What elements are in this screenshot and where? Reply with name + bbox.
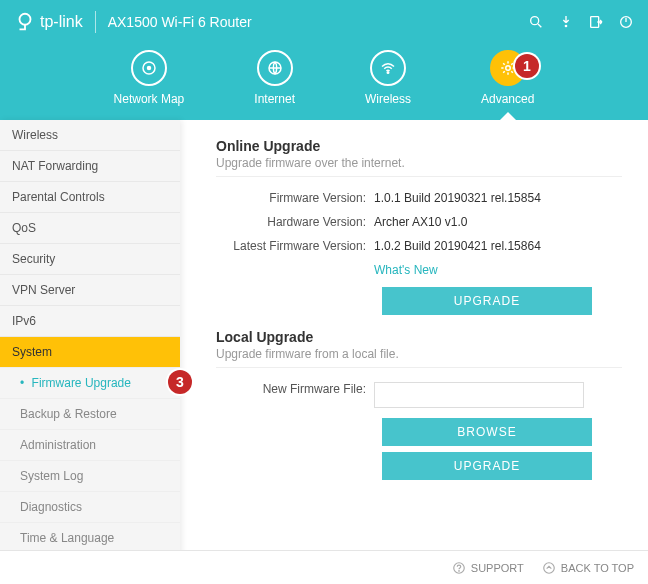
info-row: Hardware Version: Archer AX10 v1.0: [216, 215, 622, 229]
support-button[interactable]: SUPPORT: [452, 561, 524, 575]
sidebar: Wireless NAT Forwarding Parental Control…: [0, 120, 180, 582]
gear-icon: [499, 59, 517, 77]
hw-version-value: Archer AX10 v1.0: [374, 215, 467, 229]
browse-button[interactable]: BROWSE: [382, 418, 592, 446]
back-to-top-icon: [542, 561, 556, 575]
local-upgrade-sub: Upgrade firmware from a local file.: [216, 347, 622, 368]
sidebar-sub-firmware[interactable]: Firmware Upgrade 3: [0, 367, 180, 398]
online-upgrade-button[interactable]: UPGRADE: [382, 287, 592, 315]
sidebar-item-qos[interactable]: QoS: [0, 212, 180, 243]
nav-label: Advanced: [481, 92, 534, 106]
search-icon[interactable]: [528, 14, 544, 30]
new-fw-file-input[interactable]: [374, 382, 584, 408]
logout-icon[interactable]: [588, 14, 604, 30]
whats-new-link[interactable]: What's New: [374, 263, 438, 277]
header-divider: [95, 11, 96, 33]
wifi-icon: [379, 59, 397, 77]
info-row: Latest Firmware Version: 1.0.2 Build 201…: [216, 239, 622, 253]
reboot-icon[interactable]: [618, 14, 634, 30]
support-icon: [452, 561, 466, 575]
nav-label: Network Map: [114, 92, 185, 106]
header-actions: [528, 14, 634, 30]
download-icon[interactable]: [558, 14, 574, 30]
svg-point-11: [459, 570, 460, 571]
nav-label: Internet: [254, 92, 295, 106]
product-name: AX1500 Wi-Fi 6 Router: [108, 14, 252, 30]
header-top: tp-link AX1500 Wi-Fi 6 Router: [0, 0, 648, 44]
sidebar-item-nat[interactable]: NAT Forwarding: [0, 150, 180, 181]
nav-wireless[interactable]: Wireless: [365, 50, 411, 106]
back-to-top-label: BACK TO TOP: [561, 562, 634, 574]
main-nav: Network Map Internet Wireless Advanced 1: [0, 44, 648, 120]
sidebar-sub-time[interactable]: Time & Language: [0, 522, 180, 553]
sidebar-item-system[interactable]: System: [0, 336, 180, 367]
support-label: SUPPORT: [471, 562, 524, 574]
nav-label: Wireless: [365, 92, 411, 106]
sidebar-item-parental[interactable]: Parental Controls: [0, 181, 180, 212]
brand-text: tp-link: [40, 13, 83, 31]
nav-internet[interactable]: Internet: [254, 50, 295, 106]
hw-version-label: Hardware Version:: [216, 215, 374, 229]
sidebar-item-ipv6[interactable]: IPv6: [0, 305, 180, 336]
sidebar-item-vpn[interactable]: VPN Server: [0, 274, 180, 305]
info-row: Firmware Version: 1.0.1 Build 20190321 r…: [216, 191, 622, 205]
sidebar-sub-log[interactable]: System Log: [0, 460, 180, 491]
online-upgrade-title: Online Upgrade: [216, 138, 622, 154]
fw-version-label: Firmware Version:: [216, 191, 374, 205]
info-row: What's New: [216, 263, 622, 277]
online-upgrade-sub: Upgrade firmware over the internet.: [216, 156, 622, 177]
network-map-icon: [140, 59, 158, 77]
header: tp-link AX1500 Wi-Fi 6 Router Network Ma…: [0, 0, 648, 120]
brand-logo: tp-link: [14, 11, 83, 33]
svg-point-8: [387, 72, 389, 74]
local-upgrade-title: Local Upgrade: [216, 329, 622, 345]
sidebar-item-security[interactable]: Security: [0, 243, 180, 274]
svg-point-12: [544, 562, 555, 573]
latest-fw-label: Latest Firmware Version:: [216, 239, 374, 253]
new-fw-file-label: New Firmware File:: [216, 382, 374, 408]
latest-fw-value: 1.0.2 Build 20190421 rel.15864: [374, 239, 541, 253]
fw-version-value: 1.0.1 Build 20190321 rel.15854: [374, 191, 541, 205]
main-content: Online Upgrade Upgrade firmware over the…: [180, 120, 648, 582]
footer: SUPPORT BACK TO TOP: [0, 550, 648, 584]
tplink-logo-icon: [14, 11, 36, 33]
globe-icon: [266, 59, 284, 77]
back-to-top-button[interactable]: BACK TO TOP: [542, 561, 634, 575]
callout-1: 1: [515, 54, 539, 78]
sidebar-sub-diag[interactable]: Diagnostics: [0, 491, 180, 522]
sidebar-item-wireless[interactable]: Wireless: [0, 120, 180, 150]
svg-point-9: [505, 66, 510, 71]
sidebar-sub-admin[interactable]: Administration: [0, 429, 180, 460]
svg-point-0: [20, 14, 31, 25]
svg-point-6: [147, 67, 150, 70]
sidebar-sub-label: Firmware Upgrade: [32, 376, 131, 390]
body: Wireless NAT Forwarding Parental Control…: [0, 120, 648, 582]
svg-point-1: [531, 17, 539, 25]
local-upgrade-button[interactable]: UPGRADE: [382, 452, 592, 480]
callout-3: 3: [168, 370, 192, 394]
info-row: New Firmware File:: [216, 382, 622, 408]
nav-network-map[interactable]: Network Map: [114, 50, 185, 106]
sidebar-sub-backup[interactable]: Backup & Restore: [0, 398, 180, 429]
nav-advanced[interactable]: Advanced 1: [481, 50, 534, 106]
svg-point-2: [565, 25, 568, 28]
